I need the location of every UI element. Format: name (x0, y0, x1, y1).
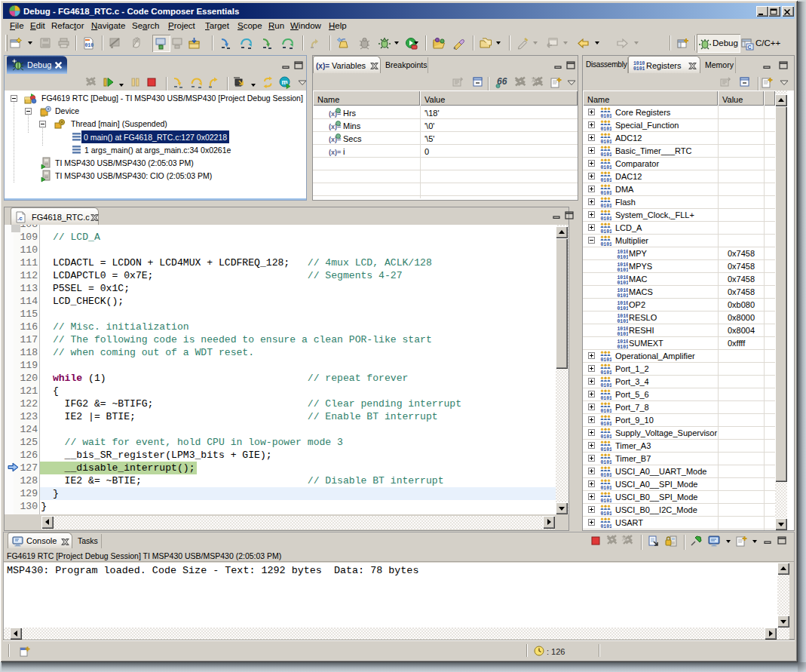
svg-text:010: 010 (84, 43, 93, 48)
svg-text:1010: 1010 (618, 339, 629, 345)
svg-text:.c: .c (17, 215, 23, 222)
svg-text:C: C (748, 44, 752, 50)
svg-text:1010: 1010 (618, 314, 629, 319)
svg-text:0101: 0101 (633, 66, 645, 71)
svg-text:1010: 1010 (618, 250, 629, 255)
svg-text:1010: 1010 (618, 275, 629, 281)
svg-text:1010: 1010 (618, 301, 629, 306)
svg-text:1010: 1010 (618, 262, 629, 268)
svg-text:1010: 1010 (618, 327, 629, 332)
svg-text:(x)=: (x)= (316, 62, 329, 70)
svg-text:1010: 1010 (633, 61, 645, 66)
svg-text:1010: 1010 (618, 288, 629, 293)
svg-text:(x)=: (x)= (329, 149, 341, 156)
